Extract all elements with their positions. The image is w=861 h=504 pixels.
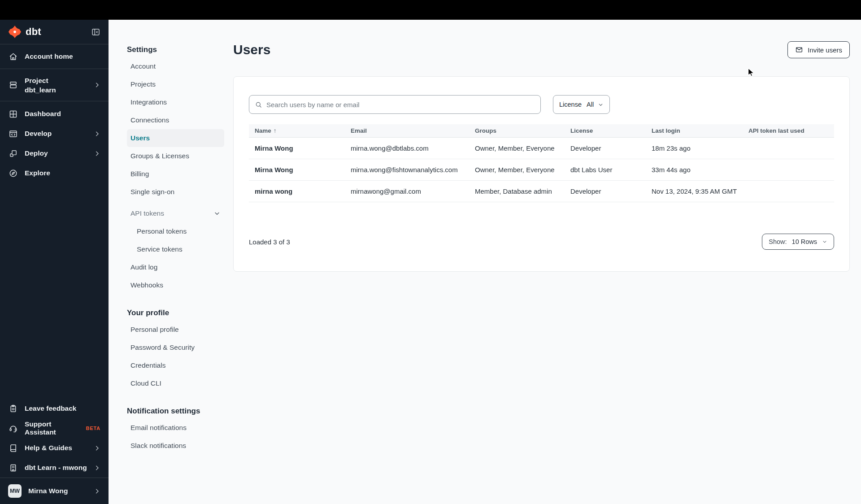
cell-last-login: Nov 13, 2024, 9:35 AM GMT	[646, 181, 743, 202]
cell-email: mirnawong@gmail.com	[345, 181, 469, 202]
table-header-row: Name↑ Email Groups License Last login AP…	[249, 124, 834, 138]
chevron-right-icon	[94, 488, 100, 495]
home-icon	[8, 52, 18, 61]
avatar: MW	[8, 484, 22, 498]
cell-api-token	[743, 181, 834, 202]
table-row[interactable]: Mirna Wong mirna.wong@fishtownanalytics.…	[249, 159, 834, 181]
cell-groups: Member, Database admin	[469, 181, 565, 202]
settings-nav-item-groups-licenses[interactable]: Groups & Licenses	[127, 147, 224, 165]
compass-icon	[8, 168, 18, 178]
settings-nav-item-audit-log[interactable]: Audit log	[127, 258, 224, 276]
project-name: dbt_learn	[25, 85, 56, 95]
sort-ascending-icon: ↑	[274, 127, 277, 134]
settings-nav-item-projects[interactable]: Projects	[127, 75, 224, 93]
settings-nav-item-personal-tokens[interactable]: Personal tokens	[127, 222, 224, 240]
top-bar	[0, 0, 861, 20]
settings-nav-item-personal-profile[interactable]: Personal profile	[127, 321, 224, 339]
settings-nav-item-integrations[interactable]: Integrations	[127, 93, 224, 111]
sidebar-item-user-menu[interactable]: MW Mirna Wong	[0, 478, 109, 504]
collapse-sidebar-icon[interactable]	[91, 27, 100, 37]
envelope-icon	[795, 46, 803, 54]
settings-nav-item-billing[interactable]: Billing	[127, 165, 224, 183]
chevron-right-icon	[94, 130, 100, 137]
chevron-right-icon	[94, 82, 100, 88]
settings-nav-item-email-notifications[interactable]: Email notifications	[127, 419, 224, 437]
settings-nav-item-slack-notifications[interactable]: Slack notifications	[127, 437, 224, 455]
settings-nav-item-api-tokens[interactable]: API tokens	[127, 204, 224, 222]
column-header-last-login[interactable]: Last login	[646, 124, 743, 138]
settings-nav-item-password-security[interactable]: Password & Security	[127, 339, 224, 356]
users-card: License All Name↑ Email Groups Li	[233, 76, 850, 272]
sidebar-item-project[interactable]: Project dbt_learn	[0, 69, 109, 101]
column-header-api-token[interactable]: API token last used	[743, 124, 834, 138]
sidebar-item-label: Account home	[25, 52, 73, 61]
cell-api-token	[743, 159, 834, 181]
cell-groups: Owner, Member, Everyone	[469, 138, 565, 159]
settings-nav-item-connections[interactable]: Connections	[127, 111, 224, 129]
cell-name: mirna wong	[249, 181, 345, 202]
license-filter-value: All	[587, 101, 594, 108]
sidebar-item-label: dbt Learn - mwong	[25, 464, 87, 472]
column-header-groups[interactable]: Groups	[469, 124, 565, 138]
settings-nav-item-webhooks[interactable]: Webhooks	[127, 276, 224, 294]
license-filter-dropdown[interactable]: License All	[553, 95, 610, 114]
building-icon	[8, 463, 18, 473]
invite-users-label: Invite users	[808, 46, 842, 54]
column-header-email[interactable]: Email	[345, 124, 469, 138]
settings-nav-item-cloud-cli[interactable]: Cloud CLI	[127, 374, 224, 392]
settings-nav-item-account[interactable]: Account	[127, 57, 224, 75]
cell-email: mirna.wong@dbtlabs.com	[345, 138, 469, 159]
api-tokens-label: API tokens	[130, 209, 164, 218]
user-name-label: Mirna Wong	[28, 487, 68, 495]
sidebar-item-support-assistant[interactable]: Support Assistant BETA	[0, 418, 109, 438]
sidebar-item-dashboard[interactable]: Dashboard	[0, 104, 109, 124]
invite-users-button[interactable]: Invite users	[787, 41, 850, 58]
show-value: 10 Rows	[792, 238, 817, 245]
cell-email: mirna.wong@fishtownanalytics.com	[345, 159, 469, 181]
chevron-right-icon	[94, 465, 100, 471]
sidebar-item-label: Deploy	[25, 149, 48, 157]
loaded-count-label: Loaded 3 of 3	[249, 238, 290, 246]
settings-nav-item-users[interactable]: Users	[127, 129, 224, 147]
sidebar-item-explore[interactable]: Explore	[0, 163, 109, 183]
sidebar-item-leave-feedback[interactable]: Leave feedback	[0, 399, 109, 418]
cell-license: Developer	[565, 181, 646, 202]
project-box-icon	[8, 80, 18, 90]
headset-icon	[8, 423, 18, 433]
table-row[interactable]: Mirna Wong mirna.wong@dbtlabs.com Owner,…	[249, 138, 834, 159]
settings-nav-item-single-sign-on[interactable]: Single sign-on	[127, 183, 224, 201]
dbt-logo[interactable]: dbt	[8, 25, 41, 39]
settings-nav-item-service-tokens[interactable]: Service tokens	[127, 240, 224, 258]
column-header-name[interactable]: Name↑	[249, 124, 345, 138]
cell-last-login: 33m 44s ago	[646, 159, 743, 181]
code-window-icon	[8, 129, 18, 139]
book-icon	[8, 443, 18, 453]
chevron-down-icon	[213, 210, 221, 217]
primary-sidebar: dbt Account home Project dbt_learn	[0, 20, 109, 504]
rows-per-page-dropdown[interactable]: Show: 10 Rows	[762, 234, 834, 250]
sidebar-item-org-switcher[interactable]: dbt Learn - mwong	[0, 458, 109, 478]
sidebar-item-help-guides[interactable]: Help & Guides	[0, 438, 109, 458]
search-icon	[255, 101, 262, 109]
settings-nav-item-credentials[interactable]: Credentials	[127, 356, 224, 374]
sidebar-item-deploy[interactable]: Deploy	[0, 143, 109, 163]
clipboard-icon	[8, 404, 18, 413]
column-header-license[interactable]: License	[565, 124, 646, 138]
divider	[0, 101, 109, 101]
notifications-section-title: Notification settings	[127, 406, 224, 416]
search-users-input[interactable]	[266, 101, 535, 109]
dbt-logo-icon	[8, 25, 22, 39]
sidebar-item-account-home[interactable]: Account home	[0, 44, 109, 69]
cell-license: dbt Labs User	[565, 159, 646, 181]
sidebar-item-label: Leave feedback	[25, 404, 76, 413]
page-title: Users	[233, 43, 270, 57]
chevron-right-icon	[94, 445, 100, 452]
beta-badge: BETA	[86, 426, 100, 431]
license-filter-label: License	[559, 101, 582, 108]
sidebar-item-label: Develop	[25, 130, 52, 138]
show-label: Show:	[769, 238, 787, 245]
sidebar-item-develop[interactable]: Develop	[0, 124, 109, 143]
project-label: Project	[25, 76, 56, 85]
table-row[interactable]: mirna wong mirnawong@gmail.com Member, D…	[249, 181, 834, 202]
sidebar-item-label: Help & Guides	[25, 444, 72, 452]
